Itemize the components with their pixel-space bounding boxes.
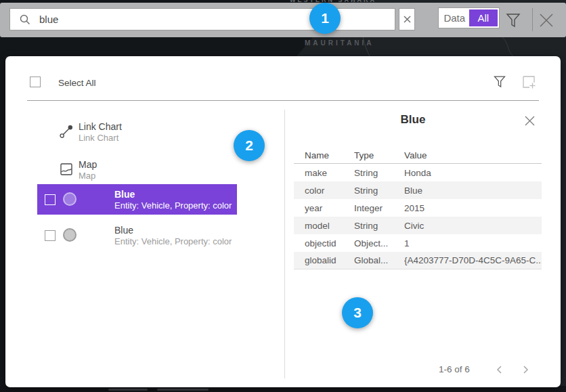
filter-button[interactable] [505,10,523,30]
table-row: make String Honda [294,164,542,181]
select-all-checkbox[interactable] [30,77,41,87]
cell-type: Integer [354,203,404,213]
toolbar-divider [532,8,533,31]
column-header-type: Type [354,150,404,160]
map-label-mauritania: MAURITANIA [305,39,374,47]
search-toolbar: Data All [0,3,566,37]
table-row: year Integer 2015 [294,199,542,217]
clear-icon [403,15,412,24]
column-header-value: Value [404,150,542,160]
row-checkbox[interactable] [45,230,56,241]
cell-name: make [294,168,354,178]
pagination-range: 1-6 of 6 [439,364,470,374]
item-subtitle: Entity: Vehicle, Property: color [114,236,232,246]
cell-type: String [354,168,404,178]
close-icon [524,115,536,127]
cell-value: Honda [404,168,542,178]
item-title: Map [79,159,97,170]
item-subtitle: Link Chart [79,133,118,143]
callout-badge-3: 3 [342,297,373,328]
entity-circle-icon [63,228,77,242]
table-row: globalid Global... {A4203777-D70D-4C5C-9… [294,252,542,269]
link-chart-icon [59,124,74,139]
add-to-selection-button[interactable] [521,73,538,91]
chevron-right-icon [523,365,529,374]
table-header: Name Type Value [294,148,542,164]
cell-value: 2015 [404,203,542,213]
results-filter-button[interactable] [493,73,509,91]
clear-search-button[interactable] [399,8,415,30]
properties-table: Name Type Value make String Honda color … [294,148,542,269]
callout-badge-2: 2 [234,130,265,161]
toggle-option-data[interactable]: Data [440,9,469,26]
close-icon [538,12,554,28]
add-selection-icon [521,74,537,90]
table-row: color String Blue [294,181,542,199]
item-title: Link Chart [79,121,122,132]
callout-badge-1: 1 [309,3,341,34]
pagination-prev-button[interactable] [496,364,506,375]
item-title: Blue [114,189,135,200]
detail-title: Blue [284,113,542,127]
cell-type: String [354,221,404,231]
column-header-name: Name [294,150,354,160]
item-title: Blue [114,225,133,236]
cell-name: color [294,186,354,196]
search-icon [19,14,31,26]
toggle-option-all[interactable]: All [469,9,498,26]
cell-value: Civic [404,221,542,231]
search-scope-toggle: Data All [438,7,500,28]
cell-type: Global... [354,255,404,265]
item-subtitle: Map [79,171,95,181]
cell-name: objectid [294,238,354,248]
cell-name: globalid [294,255,354,265]
filter-icon [505,12,521,30]
result-row-blue[interactable]: Blue Entity: Vehicle, Property: color [37,220,237,251]
chevron-left-icon [496,365,502,374]
table-row: model String Civic [294,217,542,234]
row-checkbox[interactable] [45,194,56,205]
cell-value: Blue [404,186,542,196]
cell-value: 1 [404,238,542,248]
select-all-label: Select All [58,78,96,88]
panel-header-divider [27,100,539,101]
table-row: objectid Object... 1 [294,234,542,252]
cell-type: Object... [354,238,404,248]
cell-value: {A4203777-D70D-4C5C-9A65-C... [404,255,542,265]
list-item-map[interactable]: Map Map [5,157,284,180]
cell-type: String [354,186,404,196]
search-results-panel: Select All Link Chart Link Chart Map Map [5,56,561,387]
filter-icon [493,74,506,90]
detail-close-button[interactable] [524,113,539,128]
map-icon [59,162,74,177]
cell-name: year [294,203,354,213]
item-subtitle: Entity: Vehicle, Property: color [114,200,232,211]
entity-circle-icon [63,192,77,206]
result-row-blue-selected[interactable]: Blue Entity: Vehicle, Property: color [37,184,237,215]
close-search-button[interactable] [538,12,556,29]
list-detail-divider [284,110,285,378]
cell-name: model [294,221,354,231]
pagination-next-button[interactable] [523,364,534,375]
